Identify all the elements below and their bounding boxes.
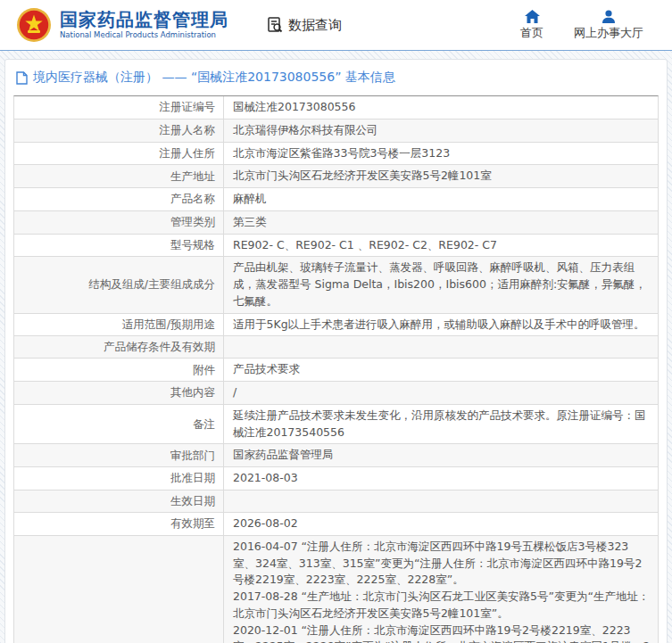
row-value: 麻醉机 [224, 188, 658, 210]
table-row: 注册人住所 北京市海淀区紫雀路33号院3号楼一层3123 [14, 143, 658, 166]
top-nav: 首页 网上办事大厅 [520, 10, 643, 41]
row-label: 适用范围/预期用途 [14, 314, 224, 336]
row-label-text: 其他内容 [170, 384, 215, 400]
nav-online-hall-label: 网上办事大厅 [574, 25, 643, 41]
row-label-text: 型号规格 [170, 237, 215, 253]
row-label: 生产地址 [14, 165, 224, 187]
row-label-text: 有效期至 [170, 515, 215, 532]
row-label: 产品储存条件及有效期 [14, 336, 224, 358]
row-label: 注册人名称 [14, 120, 224, 142]
brand-text: 国家药品监督管理局 National Medical Products Admi… [60, 10, 228, 39]
row-label-text: 备注 [193, 416, 215, 433]
row-value: 第三类 [224, 211, 658, 234]
row-label: 变更情况 [14, 536, 224, 643]
row-value: 北京瑞得伊格尔科技有限公司 [224, 120, 658, 142]
table-row: 审批部门 国家药品监督管理局 [14, 444, 658, 467]
row-value: 北京市门头沟区石龙经济开发区美安路5号2幢101室 [224, 165, 658, 187]
table-row: 批准日期 2021-08-03 [14, 467, 658, 490]
nav-data-query[interactable]: 数据查询 [266, 16, 342, 34]
row-value-text: 2021-08-03 [233, 470, 651, 487]
brand: 国家药品监督管理局 National Medical Products Admi… [16, 7, 228, 43]
table-row: 管理类别 第三类 [14, 211, 658, 235]
table-row: 有效期至 2026-08-02 [14, 513, 658, 536]
table-row: 其他内容 / [14, 382, 658, 405]
row-label-text: 生效日期 [170, 493, 215, 509]
row-value-text: 北京市门头沟区石龙经济开发区美安路5号2幢101室 [233, 168, 651, 185]
row-value: 产品由机架、玻璃转子流量计、蒸发器、呼吸回路、麻醉呼吸机、风箱、压力表组成，蒸发… [224, 257, 658, 312]
row-value [224, 336, 658, 358]
row-label: 产品名称 [14, 188, 224, 210]
row-value: 北京市海淀区紫雀路33号院3号楼一层3123 [224, 143, 658, 165]
table-row: 备注 延续注册产品技术要求未发生变化，沿用原核发的产品技术要求。原注册证编号：国… [14, 405, 658, 445]
row-value-text: 国家药品监督管理局 [233, 447, 651, 464]
row-label: 管理类别 [14, 211, 224, 234]
row-value [224, 490, 658, 512]
table-row: 注册人名称 北京瑞得伊格尔科技有限公司 [14, 120, 658, 143]
row-value-text: 适用于5Kg以上手术患者进行吸入麻醉用，或辅助吸入麻醉以及手术中的呼吸管理。 [233, 317, 651, 334]
row-value: 延续注册产品技术要求未发生变化，沿用原核发的产品技术要求。原注册证编号：国械注准… [224, 405, 658, 444]
row-label-text: 管理类别 [170, 214, 215, 230]
document-search-icon [266, 16, 284, 34]
row-label-text: 注册人住所 [160, 145, 216, 161]
nav-home-label: 首页 [520, 25, 543, 41]
row-label: 备注 [14, 405, 224, 444]
row-label-text: 注册证编号 [160, 99, 216, 115]
table-row: 产品名称 麻醉机 [14, 188, 658, 211]
table-row: 产品储存条件及有效期 [14, 336, 658, 359]
breadcrumb-text: 境内医疗器械（注册） —— “国械注准20173080556” 基本信息 [33, 70, 395, 86]
row-label: 其他内容 [14, 382, 224, 404]
row-label: 审批部门 [14, 444, 224, 466]
row-label: 生效日期 [14, 490, 224, 512]
row-value: 国家药品监督管理局 [224, 444, 658, 466]
row-value-text: 麻醉机 [233, 191, 651, 208]
row-label-text: 结构及组成/主要组成成分 [88, 276, 215, 293]
row-value: 国械注准20173080556 [224, 96, 658, 119]
table-row: 结构及组成/主要组成成分 产品由机架、玻璃转子流量计、蒸发器、呼吸回路、麻醉呼吸… [14, 257, 658, 313]
org-name-en: National Medical Products Administration [60, 30, 228, 39]
content-panel: 境内医疗器械（注册） —— “国械注准20173080556” 基本信息 注册证… [4, 59, 668, 643]
row-value-text: 产品技术要求 [233, 361, 651, 378]
row-label-text: 附件 [193, 362, 215, 378]
row-label-text: 产品储存条件及有效期 [104, 339, 215, 355]
row-label-text: 审批部门 [170, 448, 215, 464]
nav-data-query-label: 数据查询 [288, 17, 342, 34]
row-value-text: / [233, 384, 651, 401]
row-value: 产品技术要求 [224, 359, 658, 381]
row-value: RE902- C、RE902- C1 、RE902- C2、RE902- C7 [224, 235, 658, 257]
info-table: 注册证编号 国械注准20173080556 注册人名称 北京瑞得伊格尔科技有限公… [13, 95, 659, 643]
nav-online-hall[interactable]: 网上办事大厅 [574, 10, 643, 41]
header: 国家药品监督管理局 National Medical Products Admi… [0, 0, 672, 51]
org-name-cn: 国家药品监督管理局 [60, 10, 228, 30]
row-value-text: RE902- C、RE902- C1 、RE902- C2、RE902- C7 [233, 237, 651, 254]
nav-home[interactable]: 首页 [520, 10, 543, 41]
row-label: 注册证编号 [14, 96, 224, 119]
row-label: 附件 [14, 359, 224, 381]
row-value-text: 北京市海淀区紫雀路33号院3号楼一层3123 [233, 145, 651, 162]
page-icon [16, 71, 28, 85]
row-label: 结构及组成/主要组成成分 [14, 257, 224, 312]
row-value-text: 产品由机架、玻璃转子流量计、蒸发器、呼吸回路、麻醉呼吸机、风箱、压力表组成，蒸发… [233, 260, 651, 309]
row-label: 注册人住所 [14, 143, 224, 165]
table-row: 生效日期 [14, 490, 658, 513]
row-value-text: 国械注准20173080556 [233, 99, 651, 116]
table-row: 生产地址 北京市门头沟区石龙经济开发区美安路5号2幢101室 [14, 165, 658, 188]
table-row: 注册证编号 国械注准20173080556 [14, 96, 658, 120]
row-value: 2021-08-03 [224, 467, 658, 490]
national-emblem-icon [16, 7, 52, 43]
table-row: 适用范围/预期用途 适用于5Kg以上手术患者进行吸入麻醉用，或辅助吸入麻醉以及手… [14, 314, 658, 337]
table-row: 型号规格 RE902- C、RE902- C1 、RE902- C2、RE902… [14, 235, 658, 258]
breadcrumb: 境内医疗器械（注册） —— “国械注准20173080556” 基本信息 [5, 60, 667, 94]
row-label-text: 批准日期 [170, 470, 215, 486]
row-label-text: 生产地址 [170, 169, 215, 185]
row-label-text: 注册人名称 [160, 122, 216, 138]
row-value-text: 2016-04-07 “注册人住所：北京市海淀区西四环中路19号五棵松饭店3号楼… [233, 539, 651, 643]
row-value: 2026-08-02 [224, 513, 658, 535]
home-icon [525, 10, 540, 23]
table-row: 变更情况 2016-04-07 “注册人住所：北京市海淀区西四环中路19号五棵松… [14, 536, 658, 643]
row-value-text: 2026-08-02 [233, 515, 651, 532]
row-value-text: 延续注册产品技术要求未发生变化，沿用原核发的产品技术要求。原注册证编号：国械注准… [233, 408, 651, 441]
row-label: 有效期至 [14, 513, 224, 535]
row-value-text: 北京瑞得伊格尔科技有限公司 [233, 122, 651, 139]
row-value: / [224, 382, 658, 404]
person-icon [601, 10, 616, 23]
